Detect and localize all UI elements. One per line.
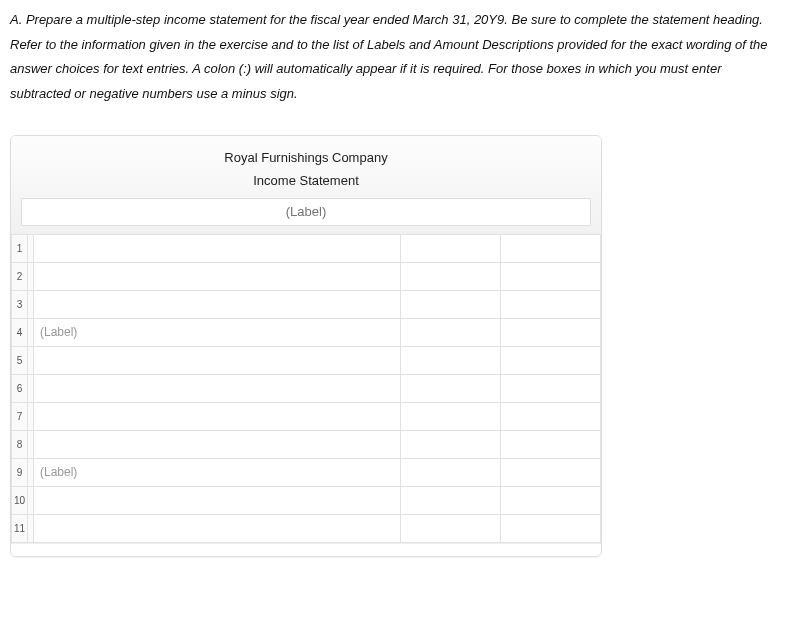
amount-cell-1[interactable] <box>401 318 501 346</box>
amount-cell-1[interactable] <box>401 262 501 290</box>
statement-heading-input[interactable] <box>21 198 591 226</box>
description-cell[interactable]: (Label) <box>34 458 401 486</box>
income-statement-card: Royal Furnishings Company Income Stateme… <box>10 135 602 557</box>
amount-cell-1[interactable] <box>401 402 501 430</box>
amount-cell-2[interactable] <box>501 346 601 374</box>
table-row: 1 <box>12 234 601 262</box>
table-row: 9 (Label) <box>12 458 601 486</box>
description-cell[interactable] <box>34 486 401 514</box>
amount-cell-2[interactable] <box>501 262 601 290</box>
amount-cell-1[interactable] <box>401 290 501 318</box>
table-row: 6 <box>12 374 601 402</box>
row-number: 9 <box>12 458 28 486</box>
table-row: 7 <box>12 402 601 430</box>
table-row: 10 <box>12 486 601 514</box>
instructions-text: A. Prepare a multiple-step income statem… <box>10 8 775 107</box>
row-number: 3 <box>12 290 28 318</box>
amount-cell-1[interactable] <box>401 346 501 374</box>
table-row: 2 <box>12 262 601 290</box>
description-cell[interactable] <box>34 262 401 290</box>
amount-cell-2[interactable] <box>501 318 601 346</box>
amount-cell-2[interactable] <box>501 458 601 486</box>
description-cell[interactable] <box>34 374 401 402</box>
table-row: 8 <box>12 430 601 458</box>
amount-cell-1[interactable] <box>401 486 501 514</box>
description-cell[interactable] <box>34 290 401 318</box>
amount-cell-1[interactable] <box>401 458 501 486</box>
row-number: 6 <box>12 374 28 402</box>
amount-cell-2[interactable] <box>501 234 601 262</box>
amount-cell-2[interactable] <box>501 486 601 514</box>
amount-cell-2[interactable] <box>501 402 601 430</box>
description-cell[interactable] <box>34 514 401 542</box>
description-cell[interactable] <box>34 234 401 262</box>
description-cell[interactable]: (Label) <box>34 318 401 346</box>
description-cell[interactable] <box>34 346 401 374</box>
description-cell[interactable] <box>34 430 401 458</box>
row-number: 10 <box>12 486 28 514</box>
row-number: 4 <box>12 318 28 346</box>
table-row: 4 (Label) <box>12 318 601 346</box>
amount-cell-1[interactable] <box>401 430 501 458</box>
table-row: 3 <box>12 290 601 318</box>
row-number: 1 <box>12 234 28 262</box>
row-number: 2 <box>12 262 28 290</box>
amount-cell-2[interactable] <box>501 514 601 542</box>
statement-header: Royal Furnishings Company Income Stateme… <box>11 136 601 234</box>
statement-grid: 1 2 3 4 ( <box>11 234 601 543</box>
statement-title: Income Statement <box>19 173 593 198</box>
card-footer <box>11 543 601 556</box>
row-number: 11 <box>12 514 28 542</box>
table-row: 11 <box>12 514 601 542</box>
row-number: 5 <box>12 346 28 374</box>
amount-cell-2[interactable] <box>501 374 601 402</box>
table-row: 5 <box>12 346 601 374</box>
company-name: Royal Furnishings Company <box>19 146 593 173</box>
amount-cell-1[interactable] <box>401 234 501 262</box>
description-cell[interactable] <box>34 402 401 430</box>
row-number: 7 <box>12 402 28 430</box>
amount-cell-1[interactable] <box>401 374 501 402</box>
amount-cell-2[interactable] <box>501 290 601 318</box>
amount-cell-2[interactable] <box>501 430 601 458</box>
row-number: 8 <box>12 430 28 458</box>
amount-cell-1[interactable] <box>401 514 501 542</box>
